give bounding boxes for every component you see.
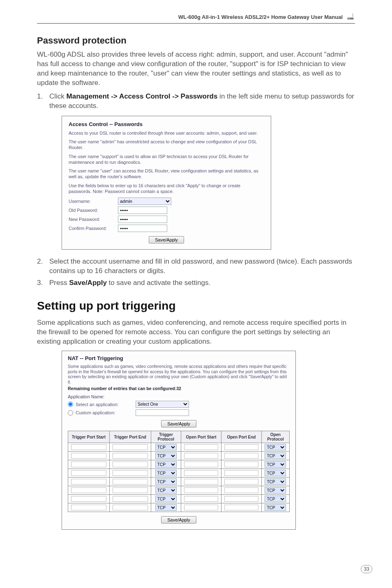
open-port-end-input[interactable] — [224, 496, 259, 502]
trigger-protocol-select[interactable]: TCP — [155, 444, 177, 450]
trigger-port-end-input[interactable] — [113, 470, 148, 476]
trigger-protocol-select[interactable]: TCP — [155, 470, 177, 476]
table-row: TCPTCP — [68, 495, 290, 503]
trigger-protocol-select[interactable]: TCP — [155, 504, 177, 511]
trigger-port-start-input[interactable] — [71, 479, 106, 485]
trigger-port-end-input[interactable] — [113, 479, 148, 485]
ss1-p2: The user name "admin" has unrestricted a… — [69, 139, 264, 151]
table-header: Open Port Start — [181, 431, 221, 443]
open-protocol-select[interactable]: TCP — [265, 487, 286, 494]
old-password-label: Old Password: — [69, 208, 118, 213]
open-protocol-select[interactable]: TCP — [265, 444, 286, 450]
password-step-1: 1. Click Management -> Access Control ->… — [37, 92, 355, 111]
open-protocol-select[interactable]: TCP — [265, 478, 286, 485]
ss1-p1: Access to your DSL router is controlled … — [69, 131, 264, 136]
confirm-password-label: Confirm Password: — [69, 226, 118, 231]
ss1-p5: Use the fields below to enter up to 16 c… — [69, 183, 264, 195]
username-label: Username: — [69, 199, 118, 204]
open-port-start-input[interactable] — [184, 462, 219, 467]
open-port-end-input[interactable] — [224, 444, 259, 450]
save-apply-button[interactable]: Save/Apply — [149, 236, 184, 243]
trigger-port-start-input[interactable] — [71, 496, 106, 502]
open-port-start-input[interactable] — [184, 505, 219, 510]
ss2-title: NAT -- Port Triggering — [68, 355, 290, 361]
open-protocol-select[interactable]: TCP — [265, 452, 286, 459]
trigger-port-end-input[interactable] — [113, 496, 148, 502]
step-num: 1. — [37, 92, 49, 111]
step2-text: Select the account username and fill in … — [49, 257, 355, 276]
trigger-protocol-select[interactable]: TCP — [155, 487, 177, 494]
open-port-end-input[interactable] — [224, 479, 259, 485]
table-row: TCPTCP — [68, 443, 290, 452]
open-port-start-input[interactable] — [184, 479, 219, 485]
trigger-port-start-input[interactable] — [71, 505, 106, 510]
open-port-end-input[interactable] — [224, 470, 259, 476]
table-header: Trigger Port End — [109, 431, 151, 443]
custom-application-label: Custom application: — [76, 410, 133, 415]
ss2-remaining: Remaining number of entries that can be … — [68, 386, 290, 391]
password-step-3: 3. Press Save/Apply to save and activate… — [37, 278, 355, 288]
confirm-password-input[interactable] — [118, 225, 167, 232]
trigger-port-start-input[interactable] — [71, 453, 106, 459]
password-intro: WL-600g ADSL also provides three levels … — [37, 50, 355, 88]
select-application-radio[interactable] — [68, 402, 73, 407]
trigger-port-end-input[interactable] — [113, 487, 148, 493]
table-row: TCPTCP — [68, 503, 290, 512]
table-header: Open Protocol — [261, 431, 289, 443]
open-protocol-select[interactable]: TCP — [265, 504, 286, 511]
router-icon — [346, 12, 355, 21]
custom-application-radio[interactable] — [68, 410, 73, 416]
open-port-start-input[interactable] — [184, 444, 219, 450]
svg-point-1 — [349, 18, 350, 19]
trigger-port-end-input[interactable] — [113, 444, 148, 450]
trigger-port-end-input[interactable] — [113, 453, 148, 459]
screenshot-access-control-passwords: Access Control -- Passwords Access to yo… — [62, 116, 271, 250]
username-select[interactable]: admin — [118, 198, 171, 205]
trigger-port-start-input[interactable] — [71, 487, 106, 493]
trigger-protocol-select[interactable]: TCP — [155, 478, 177, 485]
open-port-end-input[interactable] — [224, 487, 259, 493]
new-password-label: New Password: — [69, 217, 118, 222]
trigger-protocol-select[interactable]: TCP — [155, 496, 177, 502]
step1-pre: Click — [49, 92, 67, 100]
table-row: TCPTCP — [68, 486, 290, 495]
step1-bold: Management -> Access Control -> Password… — [67, 92, 218, 100]
trigger-port-start-input[interactable] — [71, 470, 106, 476]
ss1-title: Access Control -- Passwords — [69, 121, 264, 127]
open-port-end-input[interactable] — [224, 505, 259, 510]
port-triggering-intro: Some applications such as games, video c… — [37, 318, 355, 347]
open-protocol-select[interactable]: TCP — [265, 496, 286, 502]
open-port-end-input[interactable] — [224, 453, 259, 459]
password-step-2: 2. Select the account username and fill … — [37, 257, 355, 276]
trigger-protocol-select[interactable]: TCP — [155, 452, 177, 459]
save-apply-button-top[interactable]: Save/Apply — [161, 420, 196, 427]
table-header: Open Port End — [221, 431, 262, 443]
open-port-start-input[interactable] — [184, 453, 219, 459]
open-port-start-input[interactable] — [184, 496, 219, 502]
ss1-p4: The user name "user" can access the DSL … — [69, 168, 264, 180]
trigger-protocol-select[interactable]: TCP — [155, 461, 177, 468]
table-header: Trigger Port Start — [68, 431, 110, 443]
open-protocol-select[interactable]: TCP — [265, 470, 286, 476]
trigger-port-start-input[interactable] — [71, 462, 106, 467]
table-row: TCPTCP — [68, 478, 290, 486]
ss1-p3: The user name "support" is used to allow… — [69, 154, 264, 165]
table-row: TCPTCP — [68, 452, 290, 460]
step3-post: to save and activate the settings. — [107, 279, 210, 287]
custom-application-input[interactable] — [136, 409, 189, 416]
old-password-input[interactable] — [118, 207, 167, 214]
open-protocol-select[interactable]: TCP — [265, 461, 286, 468]
open-port-start-input[interactable] — [184, 470, 219, 476]
trigger-port-start-input[interactable] — [71, 444, 106, 450]
application-select[interactable]: Select One — [136, 401, 189, 408]
step3-bold: Save/Apply — [69, 279, 107, 287]
table-row: TCPTCP — [68, 469, 290, 478]
save-apply-button-bottom[interactable]: Save/Apply — [161, 516, 196, 524]
trigger-port-end-input[interactable] — [113, 505, 148, 510]
screenshot-nat-port-triggering: NAT -- Port Triggering Some applications… — [62, 351, 296, 530]
ss2-blurb: Some applications such as games, video c… — [68, 364, 290, 384]
trigger-port-end-input[interactable] — [113, 462, 148, 467]
new-password-input[interactable] — [118, 216, 167, 223]
open-port-start-input[interactable] — [184, 487, 219, 493]
open-port-end-input[interactable] — [224, 462, 259, 467]
